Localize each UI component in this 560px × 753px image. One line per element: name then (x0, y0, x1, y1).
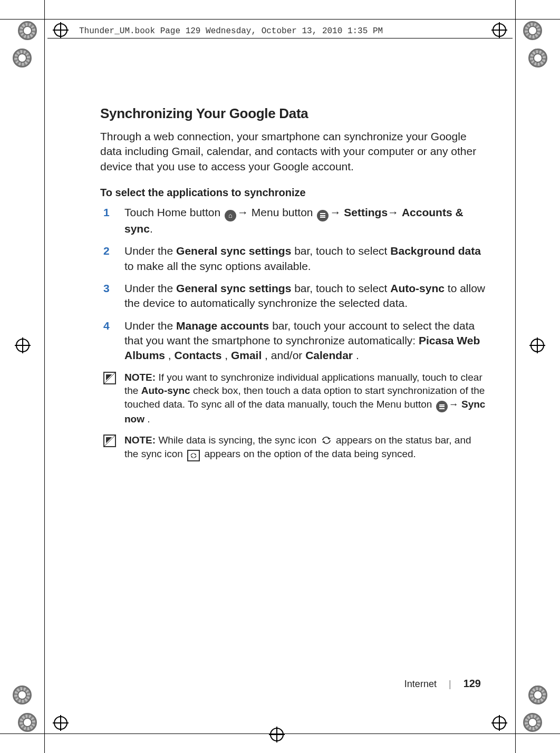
text-bold: Background data (390, 245, 481, 257)
text-bold: General sync settings (176, 282, 291, 294)
text-bold: Auto-sync (390, 282, 445, 294)
text: bar, touch to select (294, 282, 390, 294)
arrow-icon: → (388, 206, 402, 218)
registration-mark-icon (53, 715, 69, 731)
crop-line-right (515, 0, 516, 753)
footer-divider: | (449, 679, 451, 689)
note-label: NOTE: (124, 435, 156, 446)
sync-status-icon (321, 435, 332, 446)
printer-target-icon (523, 713, 542, 732)
crop-line-top (0, 19, 560, 20)
settings-label: Settings (344, 206, 388, 218)
registration-mark-icon (15, 337, 31, 353)
registration-mark-icon (529, 337, 545, 353)
note-icon (103, 372, 116, 384)
step-list: Touch Home button ⌂→ Menu button → Setti… (100, 205, 486, 363)
intro-paragraph: Through a web connection, your smartphon… (100, 129, 486, 174)
arrow-icon: → (330, 206, 344, 218)
step-2: Under the General sync settings bar, tou… (100, 244, 486, 274)
source-file-header: Thunder_UM.book Page 129 Wednesday, Octo… (79, 26, 383, 36)
text: Under the (124, 245, 176, 257)
text: . (147, 413, 150, 424)
header-rule (47, 38, 513, 38)
sync-option-icon (187, 450, 200, 461)
text: Under the (124, 320, 176, 332)
text: , and/or (265, 349, 305, 361)
text: Menu button (252, 206, 316, 218)
printer-target-icon (13, 49, 32, 67)
page-footer: Internet | 129 (404, 678, 481, 690)
text: appears on the option of the data being … (204, 448, 416, 459)
text: bar, touch to select (294, 245, 390, 257)
procedure-heading: To select the applications to synchroniz… (100, 187, 486, 199)
text: Under the (124, 282, 176, 294)
page-title: Synchronizing Your Google Data (100, 105, 486, 122)
printer-target-icon (528, 686, 547, 704)
text: , (168, 349, 175, 361)
text-bold: Calendar (305, 349, 353, 361)
registration-mark-icon (491, 715, 507, 731)
menu-button-icon (436, 401, 448, 412)
text: Touch Home button (124, 206, 224, 218)
menu-button-icon (317, 210, 329, 221)
step-4: Under the Manage accounts bar, touch you… (100, 318, 486, 363)
text-bold: Gmail (231, 349, 262, 361)
section-name: Internet (404, 679, 437, 689)
home-button-icon: ⌂ (225, 210, 236, 221)
note-label: NOTE: (124, 372, 156, 383)
registration-mark-icon (491, 22, 507, 38)
text: While data is syncing, the sync icon (158, 435, 319, 446)
text-bold: Auto-sync (141, 385, 190, 396)
text: to make all the sync options available. (124, 260, 311, 272)
registration-mark-icon (53, 22, 69, 38)
page-content: Synchronizing Your Google Data Through a… (100, 105, 486, 469)
printer-target-icon (528, 49, 547, 67)
text-bold: General sync settings (176, 245, 291, 257)
text-bold: Contacts (175, 349, 222, 361)
note-1: NOTE: If you want to synchronize individ… (100, 371, 486, 426)
registration-mark-icon (269, 727, 285, 742)
note-icon (103, 435, 116, 447)
text: . (356, 349, 359, 361)
printer-target-icon (13, 686, 32, 704)
step-1: Touch Home button ⌂→ Menu button → Setti… (100, 205, 486, 236)
crop-line-left (44, 0, 45, 753)
note-2: NOTE: While data is syncing, the sync ic… (100, 433, 486, 461)
step-3: Under the General sync settings bar, tou… (100, 281, 486, 311)
page-number: 129 (464, 678, 481, 689)
arrow-icon: → (449, 399, 461, 410)
printer-target-icon (18, 713, 37, 732)
text: , (225, 349, 231, 361)
printer-target-icon (523, 21, 542, 40)
arrow-icon: → (237, 206, 248, 218)
printer-target-icon (18, 21, 37, 40)
text-bold: Manage accounts (176, 320, 269, 332)
